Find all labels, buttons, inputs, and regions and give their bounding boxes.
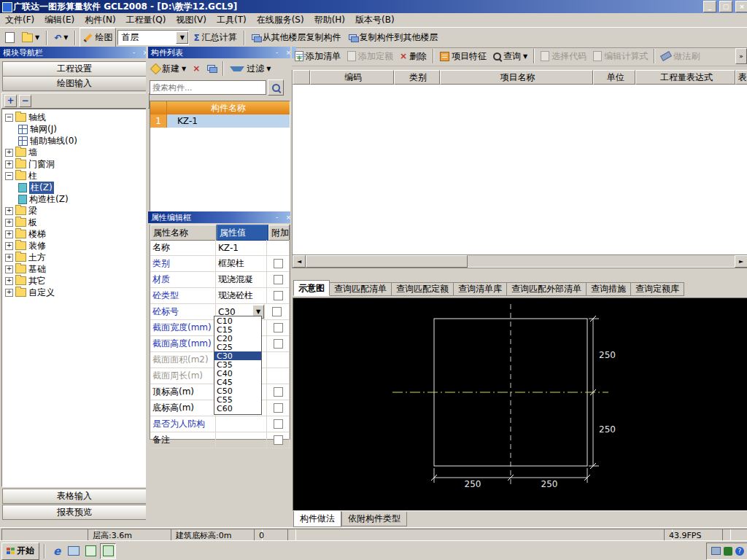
start-button[interactable]: 开始 xyxy=(1,542,39,560)
dropdown-option[interactable]: C25 xyxy=(214,343,261,351)
tree-item-foundation[interactable]: +基础 xyxy=(2,263,147,275)
tree-item-opening[interactable]: +门窗洞 xyxy=(2,158,147,170)
new-component-button[interactable]: 新建 ▼ xyxy=(150,61,188,77)
copy-to-floor-button[interactable]: 复制构件到其他楼层 xyxy=(346,28,441,47)
scrollbar-thumb[interactable] xyxy=(306,255,468,268)
listing-grid-body[interactable] xyxy=(293,84,747,254)
tree-item-aux-axis[interactable]: 辅助轴线(0) xyxy=(2,135,147,147)
edit-formula-button[interactable]: 编辑计算式 xyxy=(590,47,651,66)
menu-edit[interactable]: 编辑(E) xyxy=(39,13,80,27)
tree-item-custom[interactable]: +自定义 xyxy=(2,287,147,298)
project-settings-button[interactable]: 工程设置 xyxy=(2,61,147,77)
component-row[interactable]: 1 KZ-1 xyxy=(150,114,290,128)
browser-quicklaunch-icon[interactable]: e xyxy=(50,544,64,559)
copy-from-floor-button[interactable]: 从其他楼层复制构件 xyxy=(249,28,344,47)
tab-match-external[interactable]: 查询匹配外部清单 xyxy=(507,282,587,296)
filter-button[interactable]: 过滤 ▼ xyxy=(228,61,273,77)
scroll-left-button[interactable]: ◄ xyxy=(293,255,306,268)
add-list-item-button[interactable]: + 添加清单 xyxy=(292,47,344,66)
property-value[interactable]: 框架柱 xyxy=(216,256,267,271)
expand-icon[interactable]: + xyxy=(5,160,13,168)
expand-icon[interactable]: + xyxy=(5,149,13,157)
horizontal-scrollbar[interactable]: ◄ ► xyxy=(293,254,747,267)
property-value[interactable]: 现浇混凝 xyxy=(216,272,267,287)
tree-item-beam[interactable]: +梁 xyxy=(2,205,147,217)
dropdown-option[interactable]: C55 xyxy=(214,395,261,404)
select-code-button[interactable]: 选择代码 xyxy=(538,47,589,66)
dropdown-option[interactable]: C15 xyxy=(214,325,261,334)
table-input-button[interactable]: 表格输入 xyxy=(2,489,147,504)
delete-row-button[interactable]: × 删除 xyxy=(397,47,430,66)
tray-display-icon[interactable] xyxy=(711,546,721,556)
tree-item-constructional-column[interactable]: 构造柱(Z) xyxy=(2,193,147,205)
draw-mode-button[interactable]: 绘图 xyxy=(80,28,116,48)
method-brush-button[interactable]: 做法刷 xyxy=(658,47,703,66)
report-preview-button[interactable]: 报表预览 xyxy=(2,505,147,520)
close-button[interactable]: × xyxy=(735,1,747,12)
collapse-icon[interactable]: − xyxy=(5,172,13,180)
dropdown-option[interactable]: C40 xyxy=(214,369,261,378)
tree-item-slab[interactable]: +板 xyxy=(2,217,147,228)
expand-icon[interactable]: + xyxy=(5,230,13,238)
tab-attached-component-type[interactable]: 依附构件类型 xyxy=(341,512,407,526)
delete-component-button[interactable]: × xyxy=(190,60,203,77)
copy-component-button[interactable] xyxy=(204,60,219,77)
tree-item-stairs[interactable]: +楼梯 xyxy=(2,228,147,240)
project-feature-button[interactable]: 项目特征 xyxy=(437,47,489,66)
toolbar-overflow-button[interactable]: » xyxy=(735,48,747,64)
title-bar[interactable]: 广联达一图形算量软件 GCL2008 - [D:\教学12.GCL9] _ □ … xyxy=(0,0,747,13)
expand-icon[interactable]: + xyxy=(5,207,13,215)
tray-status-icon[interactable] xyxy=(724,547,732,556)
checkbox[interactable] xyxy=(274,387,283,397)
pin-icon[interactable]: - xyxy=(272,213,282,222)
tab-component-method[interactable]: 构件做法 xyxy=(293,511,341,527)
app-quicklaunch-icon[interactable] xyxy=(83,544,98,559)
show-desktop-icon[interactable] xyxy=(66,544,81,559)
tab-diagram[interactable]: 示意图 xyxy=(293,280,330,296)
tree-item-other[interactable]: +其它 xyxy=(2,275,147,287)
search-input[interactable] xyxy=(150,80,266,95)
expand-icon[interactable]: + xyxy=(5,277,13,285)
dropdown-option[interactable]: C35 xyxy=(214,360,261,369)
menu-file[interactable]: 文件(F) xyxy=(0,13,39,27)
tray-help-icon[interactable]: ? xyxy=(735,547,744,556)
dropdown-option[interactable]: C10 xyxy=(214,316,261,325)
checkbox[interactable] xyxy=(274,419,283,429)
scroll-right-button[interactable]: ► xyxy=(735,255,747,268)
menu-view[interactable]: 视图(V) xyxy=(171,13,212,27)
checkbox[interactable] xyxy=(274,259,283,268)
tab-measures[interactable]: 查询措施 xyxy=(587,282,631,296)
expand-icon[interactable]: + xyxy=(5,265,13,273)
menu-online[interactable]: 在线服务(S) xyxy=(252,13,309,27)
open-file-button[interactable]: ▼ xyxy=(19,28,42,47)
menu-quantity[interactable]: 工程量(Q) xyxy=(121,13,171,27)
expand-icon[interactable]: + xyxy=(5,289,13,297)
checkbox[interactable] xyxy=(272,307,282,316)
collapse-all-button[interactable]: − xyxy=(19,95,31,107)
checkbox[interactable] xyxy=(274,339,283,349)
pin-icon[interactable]: - xyxy=(272,48,282,57)
expand-all-button[interactable]: + xyxy=(4,95,17,107)
pin-icon[interactable]: - xyxy=(129,48,139,57)
tab-quota-library[interactable]: 查询定额库 xyxy=(631,282,684,296)
checkbox[interactable] xyxy=(274,403,283,413)
concrete-grade-dropdown[interactable]: C10 C15 C20 C25 C30 C35 C40 C45 C50 C55 … xyxy=(214,316,262,415)
menu-help[interactable]: 帮助(H) xyxy=(309,13,350,27)
checkbox[interactable] xyxy=(274,275,283,284)
expand-icon[interactable]: + xyxy=(5,242,13,250)
floor-select[interactable]: 首层 ▼ xyxy=(117,30,189,45)
checkbox[interactable] xyxy=(274,435,283,445)
expand-icon[interactable]: + xyxy=(5,219,13,227)
property-value[interactable]: 现浇砼柱 xyxy=(216,288,267,303)
tab-match-list[interactable]: 查询匹配清单 xyxy=(330,282,392,296)
menu-component[interactable]: 构件(N) xyxy=(80,13,120,27)
menu-version[interactable]: 版本号(B) xyxy=(350,13,400,27)
diagram-canvas[interactable]: 250 250 250 250 xyxy=(293,298,747,511)
add-quota-button[interactable]: 添加定额 xyxy=(344,47,396,66)
new-file-button[interactable] xyxy=(2,28,18,47)
query-button[interactable]: 查询 ▼ xyxy=(490,47,530,66)
minimize-button[interactable]: _ xyxy=(703,1,716,12)
checkbox[interactable] xyxy=(274,291,283,300)
tab-list-library[interactable]: 查询清单库 xyxy=(454,282,507,296)
undo-button[interactable]: ↶▼ xyxy=(51,28,71,47)
